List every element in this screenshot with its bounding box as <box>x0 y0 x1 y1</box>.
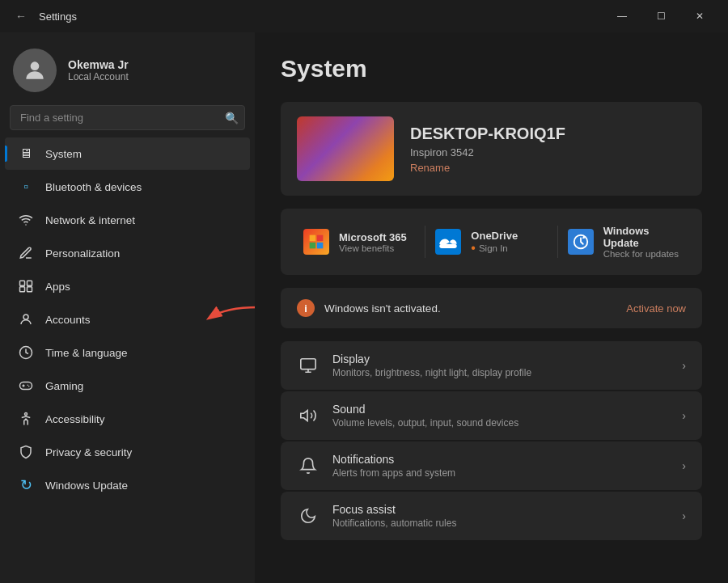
user-account-type: Local Account <box>68 71 129 82</box>
settings-item-display[interactable]: Display Monitors, brightness, night ligh… <box>281 341 702 390</box>
svg-rect-17 <box>310 243 316 249</box>
close-button[interactable]: ✕ <box>681 3 718 29</box>
sidebar-item-system[interactable]: 🖥 System <box>5 137 250 170</box>
sidebar-item-label: Time & language <box>45 347 128 359</box>
display-icon <box>297 354 320 377</box>
sidebar-item-bluetooth[interactable]: ▫ Bluetooth & devices <box>5 171 250 203</box>
svg-rect-15 <box>310 235 316 242</box>
onedrive-text: OneDrive • Sign In <box>471 230 518 255</box>
sidebar-item-label: Apps <box>45 281 70 293</box>
onedrive-subtitle: Sign In <box>479 243 508 253</box>
app-title: Settings <box>39 11 77 23</box>
device-rename-button[interactable]: Rename <box>410 162 565 174</box>
winupdate-text: Windows Update Check for updates <box>603 225 679 259</box>
quick-link-onedrive[interactable]: OneDrive • Sign In <box>429 226 553 258</box>
display-subtitle: Monitors, brightness, night light, displ… <box>332 367 669 378</box>
notifications-text: Notifications Alerts from apps and syste… <box>332 453 669 479</box>
settings-item-sound[interactable]: Sound Volume levels, output, input, soun… <box>281 391 702 440</box>
winupdate-icon <box>568 229 594 255</box>
device-card: DESKTOP-KROIQ1F Inspiron 3542 Rename <box>281 102 702 196</box>
onedrive-subtitle-row: • Sign In <box>471 242 518 255</box>
bluetooth-icon: ▫ <box>18 179 34 195</box>
page-title: System <box>281 55 702 82</box>
sidebar-item-apps[interactable]: Apps <box>5 270 250 302</box>
ms365-title: Microsoft 365 <box>339 231 407 243</box>
network-icon <box>18 212 34 228</box>
svg-rect-4 <box>20 287 25 292</box>
main-layout: Okemwa Jr Local Account 🔍 🖥 System ▫ Blu… <box>0 32 728 583</box>
settings-list: Display Monitors, brightness, night ligh… <box>281 341 702 540</box>
gaming-icon <box>18 378 34 394</box>
sidebar-item-privacy[interactable]: Privacy & security <box>5 436 250 468</box>
sidebar-item-label: Accessibility <box>45 413 105 425</box>
sidebar: Okemwa Jr Local Account 🔍 🖥 System ▫ Blu… <box>0 32 255 583</box>
svg-rect-3 <box>28 281 32 285</box>
settings-item-focus-assist[interactable]: Focus assist Notifications, automatic ru… <box>281 492 702 540</box>
search-box: 🔍 <box>10 105 245 130</box>
maximize-button[interactable]: ☐ <box>642 3 679 29</box>
focus-assist-subtitle: Notifications, automatic rules <box>332 518 669 529</box>
winupdate-title: Windows Update <box>603 225 679 249</box>
sidebar-item-label: System <box>45 148 82 160</box>
focus-assist-text: Focus assist Notifications, automatic ru… <box>332 503 669 529</box>
notifications-icon <box>297 454 320 477</box>
sidebar-item-label: Bluetooth & devices <box>45 181 142 193</box>
accessibility-icon <box>18 411 34 427</box>
svg-point-6 <box>23 315 28 319</box>
sidebar-item-label: Windows Update <box>45 479 128 492</box>
svg-point-1 <box>25 224 27 226</box>
user-info: Okemwa Jr Local Account <box>68 58 129 82</box>
device-thumbnail <box>297 116 394 181</box>
quick-links-row: Microsoft 365 View benefits OneDrive • S <box>281 209 702 275</box>
chevron-right-icon: › <box>682 459 686 472</box>
onedrive-icon <box>435 229 461 255</box>
svg-marker-22 <box>301 411 307 421</box>
sidebar-item-gaming[interactable]: Gaming <box>5 370 250 402</box>
user-avatar-icon <box>22 57 48 83</box>
sound-text: Sound Volume levels, output, input, soun… <box>332 403 669 429</box>
sidebar-item-network[interactable]: Network & internet <box>5 204 250 236</box>
back-button[interactable]: ← <box>10 5 32 27</box>
info-icon: i <box>297 299 315 317</box>
sidebar-item-label: Accounts <box>45 314 91 326</box>
sidebar-item-windows-update[interactable]: ↻ Windows Update <box>5 469 250 501</box>
search-icon[interactable]: 🔍 <box>225 112 239 125</box>
sidebar-item-personalization[interactable]: Personalization <box>5 237 250 269</box>
sidebar-item-label: Privacy & security <box>45 446 132 458</box>
focus-assist-icon <box>297 505 320 527</box>
search-input[interactable] <box>10 105 245 130</box>
activate-now-button[interactable]: Activate now <box>626 302 686 315</box>
personalization-icon <box>18 245 34 261</box>
quick-link-windows-update[interactable]: Windows Update Check for updates <box>561 222 686 262</box>
svg-point-14 <box>25 413 28 416</box>
svg-rect-21 <box>301 359 315 370</box>
svg-rect-2 <box>20 281 25 285</box>
sidebar-item-accounts[interactable]: Accounts <box>5 303 250 336</box>
accounts-icon <box>18 311 34 327</box>
sidebar-item-time[interactable]: Time & language <box>5 336 250 369</box>
window-controls: — ☐ ✕ <box>603 3 718 29</box>
device-info: DESKTOP-KROIQ1F Inspiron 3542 Rename <box>410 125 565 174</box>
sidebar-item-accessibility[interactable]: Accessibility <box>5 403 250 435</box>
svg-rect-5 <box>28 287 32 292</box>
avatar <box>13 49 57 92</box>
device-model: Inspiron 3542 <box>410 146 565 158</box>
svg-point-12 <box>28 385 29 387</box>
ms365-subtitle: View benefits <box>339 243 407 253</box>
system-icon: 🖥 <box>18 146 34 162</box>
display-text: Display Monitors, brightness, night ligh… <box>332 353 669 378</box>
apps-icon <box>18 278 34 294</box>
titlebar: ← Settings — ☐ ✕ <box>0 0 728 32</box>
divider <box>557 226 558 258</box>
sound-icon <box>297 404 320 427</box>
quick-link-microsoft365[interactable]: Microsoft 365 View benefits <box>297 226 421 258</box>
settings-item-notifications[interactable]: Notifications Alerts from apps and syste… <box>281 441 702 490</box>
user-section: Okemwa Jr Local Account <box>0 32 255 105</box>
minimize-button[interactable]: — <box>603 3 641 29</box>
chevron-right-icon: › <box>682 359 686 372</box>
notifications-subtitle: Alerts from apps and system <box>332 467 669 479</box>
windows-update-icon: ↻ <box>18 477 34 493</box>
sidebar-item-label: Personalization <box>45 247 120 260</box>
svg-rect-9 <box>20 382 32 390</box>
time-icon <box>18 344 34 361</box>
